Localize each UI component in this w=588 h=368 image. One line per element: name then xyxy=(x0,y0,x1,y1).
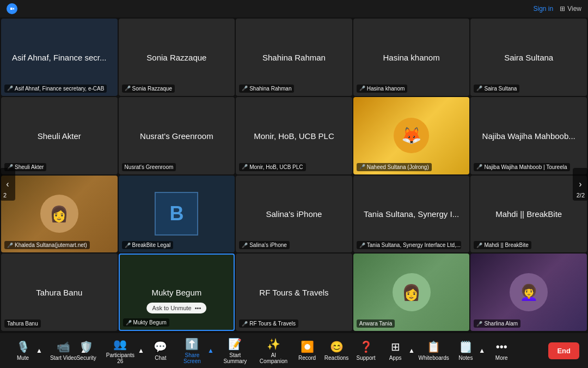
cell-label-sharlina: 🎤 Sharlina Alam xyxy=(474,319,520,328)
share-group: ⬆️ Share Screen ▲ xyxy=(176,335,215,366)
cell-naheed[interactable]: 🦊 🎤 Naheed Sultana (Jolrong) xyxy=(353,97,470,174)
record-icon: ⏺️ xyxy=(301,340,314,353)
security-icon: 🛡️ xyxy=(79,340,93,353)
cell-name-asif: Asif Ahnaf, Finance secr... xyxy=(1,52,118,62)
cell-nusrat[interactable]: Nusrat's Greenroom Nusrat's Greenroom xyxy=(119,97,235,174)
cell-asif[interactable]: Asif Ahnaf, Finance secr... 🎤 Asif Ahnaf… xyxy=(1,19,118,96)
apps-caret[interactable]: ▲ xyxy=(407,346,416,355)
cell-name-salina: Salina's iPhone xyxy=(236,209,352,219)
summary-icon: 📝 xyxy=(228,337,242,351)
mute-caret[interactable]: ▲ xyxy=(35,346,44,355)
cell-label-najiba: 🎤 Najiba Wajiha Mahboob | Toureela xyxy=(474,163,569,171)
video-grid: Asif Ahnaf, Finance secr... 🎤 Asif Ahnaf… xyxy=(0,17,588,333)
cell-sheuli[interactable]: Sheuli Akter 🎤 Sheuli Akter xyxy=(1,97,118,174)
share-screen-button[interactable]: ⬆️ Share Screen xyxy=(176,335,209,366)
mic-icon-7: 🎤 xyxy=(359,164,365,170)
cell-mukty[interactable]: Mukty Begum 🎤 Mukty Begum Ask to Unmute … xyxy=(119,254,235,331)
mic-icon-2: 🎤 xyxy=(242,86,248,91)
whiteboards-icon: 📋 xyxy=(427,340,440,353)
share-caret[interactable]: ▲ xyxy=(206,346,215,355)
mic-icon: 🎤 xyxy=(125,86,131,91)
cell-saira[interactable]: Saira Sultana 🎤 Saira Sultana xyxy=(470,19,587,96)
cell-label-hasina: 🎤 Hasina khanom xyxy=(357,85,407,93)
cell-anwara[interactable]: 👩 Anwara Tania xyxy=(353,254,470,331)
cell-shahina[interactable]: Shahina Rahman 🎤 Shahina Rahman xyxy=(236,19,352,96)
zoom-logo xyxy=(7,3,17,14)
cell-name-hasina: Hasina khanom xyxy=(353,52,470,62)
cell-name-nusrat: Nusrat's Greenroom xyxy=(119,131,235,140)
more-icon: ••• xyxy=(496,341,507,353)
cell-label-salina: 🎤 Salina's iPhone xyxy=(239,241,290,249)
mic-icon-10: 🎤 xyxy=(125,243,131,248)
cell-label-breakbite: 🎤 BreakBite Legal xyxy=(122,241,174,249)
start-summary-button[interactable]: 📝 Start Summary xyxy=(216,335,254,366)
cell-label-naheed: 🎤 Naheed Sultana (Jolrong) xyxy=(357,163,432,171)
cell-tahura[interactable]: Tahura Banu Tahura Banu xyxy=(1,254,118,331)
whiteboards-button[interactable]: 📋 Whiteboards xyxy=(417,338,450,363)
cell-label-monir: 🎤 Monir, HoB, UCB PLC xyxy=(239,163,305,171)
mic-icon-8: 🎤 xyxy=(476,164,482,170)
cell-khaleda[interactable]: 👩 🎤 Khaleda Sultana(jutemart.net) xyxy=(1,176,118,253)
participants-caret[interactable]: ▲ xyxy=(137,346,145,355)
participants-button[interactable]: 👥 Participants 26 xyxy=(102,335,139,366)
top-bar-right: Sign in ⊞ View xyxy=(534,5,582,13)
notes-caret[interactable]: ▲ xyxy=(477,346,486,355)
cell-hasina[interactable]: Hasina khanom 🎤 Hasina khanom xyxy=(353,19,470,96)
cell-sonia[interactable]: Sonia Razzaque 🎤 Sonia Razzaque xyxy=(119,19,235,96)
record-button[interactable]: ⏺️ Record xyxy=(293,338,321,363)
participants-icon: 👥 xyxy=(113,337,127,351)
ai-companion-button[interactable]: ✨ AI Companion xyxy=(255,335,292,366)
security-button[interactable]: 🛡️ Security xyxy=(72,338,101,363)
cell-name-shahina: Shahina Rahman xyxy=(236,52,352,62)
unmute-text: Ask to Unmute xyxy=(152,305,192,311)
support-button[interactable]: ❓ Support xyxy=(352,338,380,363)
cell-name-saira: Saira Sultana xyxy=(470,52,587,62)
reactions-button[interactable]: 😊 Reactions xyxy=(322,338,351,363)
mic-icon-9: 🎤 xyxy=(7,243,13,248)
end-button[interactable]: End xyxy=(548,342,579,359)
apps-group: ⊞ Apps ▲ xyxy=(381,338,416,363)
mic-icon-11: 🎤 xyxy=(242,243,248,248)
cell-mahdi[interactable]: Mahdi || BreakBite 🎤 Mahdi || BreakBite xyxy=(470,176,587,253)
mic-icon-15: 🎤 xyxy=(242,321,248,327)
cell-monir[interactable]: Monir, HoB, UCB PLC 🎤 Monir, HoB, UCB PL… xyxy=(236,97,352,174)
notes-group: 🗒️ Notes ▲ xyxy=(451,338,486,363)
notes-button[interactable]: 🗒️ Notes xyxy=(451,338,480,363)
support-icon: ❓ xyxy=(359,340,373,353)
grid-icon: ⊞ xyxy=(560,5,565,13)
more-options-icon[interactable]: ••• xyxy=(195,305,201,311)
mute-icon: 🎙️ xyxy=(16,340,30,353)
cell-breakbite[interactable]: B 🎤 BreakBite Legal xyxy=(119,176,235,253)
view-button[interactable]: ⊞ View xyxy=(560,5,581,13)
prev-page-arrow[interactable]: ‹ xyxy=(0,168,15,201)
mic-icon-14: 🎤 xyxy=(126,320,132,325)
cell-najiba[interactable]: Najiba Wajiha Mahboob... 🎤 Najiba Wajiha… xyxy=(470,97,587,174)
cell-label-nusrat: Nusrat's Greenroom xyxy=(122,163,176,171)
unmute-badge[interactable]: Ask to Unmute ••• xyxy=(147,303,207,313)
participants-group: 👥 Participants 26 ▲ xyxy=(102,335,145,366)
cell-label-tania: 🎤 Tania Sultana, Synergy Interface Ltd,.… xyxy=(357,241,461,249)
mute-button[interactable]: 🎙️ Mute xyxy=(9,338,37,363)
mic-icon-4: 🎤 xyxy=(476,86,482,91)
page-indicator-right: 2/2 xyxy=(577,192,585,198)
cell-name-mukty: Mukty Begum xyxy=(120,288,234,297)
chat-button[interactable]: 💬 Chat xyxy=(146,338,175,363)
cell-rf-tours[interactable]: RF Tours & Travels 🎤 RF Tours & Travels xyxy=(236,254,352,331)
cell-tania[interactable]: Tania Sultana, Synergy I... 🎤 Tania Sult… xyxy=(353,176,470,253)
top-bar-left xyxy=(7,3,17,14)
cell-label-saira: 🎤 Saira Sultana xyxy=(474,85,519,93)
apps-icon: ⊞ xyxy=(391,340,400,353)
cell-name-tahura: Tahura Banu xyxy=(1,288,118,297)
cell-name-rf-tours: RF Tours & Travels xyxy=(236,288,352,297)
cell-salina[interactable]: Salina's iPhone 🎤 Salina's iPhone xyxy=(236,176,352,253)
sign-in-button[interactable]: Sign in xyxy=(534,5,554,13)
cell-sharlina[interactable]: 👩‍🦱 🎤 Sharlina Alam xyxy=(470,254,587,331)
apps-button[interactable]: ⊞ Apps xyxy=(381,338,409,363)
cell-label-mukty: 🎤 Mukty Begum xyxy=(123,318,169,327)
mic-icon-16: 🎤 xyxy=(476,321,482,327)
cell-name-sheuli: Sheuli Akter xyxy=(1,131,118,140)
ai-icon: ✨ xyxy=(267,337,280,351)
reactions-icon: 😊 xyxy=(330,340,344,353)
more-button[interactable]: ••• More xyxy=(487,339,516,363)
mic-icon-12: 🎤 xyxy=(359,243,365,248)
